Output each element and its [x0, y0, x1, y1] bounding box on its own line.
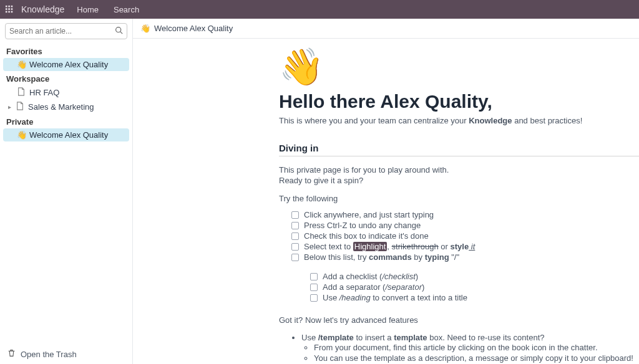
checkbox[interactable]	[310, 284, 318, 291]
check-item[interactable]: Click anywhere, and just start typing	[291, 209, 639, 220]
check-item[interactable]: Add a separator (/separator)	[310, 282, 639, 292]
search-input[interactable]	[9, 27, 115, 36]
page-icon	[16, 102, 24, 112]
para-spin[interactable]: Ready to give it a spin?	[279, 176, 639, 185]
sidebar-item-label: Sales & Marketing	[28, 102, 94, 112]
nested-checklist: Add a checklist (/checklist) Add a separ…	[310, 271, 639, 303]
svg-rect-1	[8, 6, 10, 7]
sidebar-item-sales-marketing[interactable]: ▸ Sales & Marketing	[3, 100, 129, 114]
wave-icon: 👋	[17, 60, 26, 69]
trash-icon	[7, 349, 16, 359]
section-workspace: Workspace	[0, 71, 132, 85]
trash-label: Open the Trash	[21, 350, 77, 359]
list-item[interactable]: From your document, find this article by…	[314, 342, 639, 353]
list-item[interactable]: Use /template to insert a template box. …	[301, 332, 639, 364]
search-input-wrap[interactable]	[5, 23, 127, 39]
checkbox[interactable]	[291, 254, 299, 261]
chevron-right-icon[interactable]: ▸	[8, 103, 13, 110]
bullet-list: Use /template to insert a template box. …	[301, 332, 639, 364]
hero-emoji[interactable]: 👋	[279, 49, 639, 85]
breadcrumb: 👋 Welcome Alex Quality	[133, 19, 639, 39]
wave-icon: 👋	[140, 24, 150, 33]
svg-line-10	[120, 32, 122, 34]
app-title[interactable]: Knowledge	[17, 2, 68, 17]
search-icon[interactable]	[115, 26, 123, 36]
sidebar-item-welcome-private[interactable]: 👋 Welcome Alex Quality	[3, 128, 129, 141]
wave-icon: 👋	[17, 130, 26, 140]
section-private: Private	[0, 114, 132, 128]
checkbox[interactable]	[310, 273, 318, 280]
checkbox[interactable]	[291, 232, 299, 240]
svg-rect-2	[11, 6, 13, 7]
check-item[interactable]: Select text to Highlight, strikethrough …	[291, 241, 639, 252]
svg-point-9	[116, 27, 121, 32]
diving-in-heading[interactable]: Diving in	[279, 143, 639, 156]
checkbox[interactable]	[291, 222, 299, 229]
page-title[interactable]: Hello there Alex Quality,	[279, 91, 639, 112]
nav-search[interactable]: Search	[107, 2, 145, 17]
section-favorites: Favorites	[0, 44, 132, 58]
checklist: Click anywhere, and just start typing Pr…	[291, 209, 639, 262]
nav-home[interactable]: Home	[71, 2, 105, 17]
got-it-label[interactable]: Got it? Now let's try advanced features	[279, 315, 639, 325]
check-item[interactable]: Check this box to indicate it's done	[291, 231, 639, 241]
page-icon	[17, 87, 26, 98]
checkbox[interactable]	[291, 243, 299, 251]
svg-rect-0	[6, 6, 7, 7]
svg-rect-3	[6, 8, 7, 10]
breadcrumb-title[interactable]: Welcome Alex Quality	[154, 24, 233, 33]
apps-icon[interactable]	[5, 5, 14, 14]
checkbox[interactable]	[291, 211, 299, 219]
sidebar-item-label: HR FAQ	[29, 88, 59, 97]
svg-rect-5	[11, 8, 13, 10]
svg-rect-8	[11, 11, 13, 13]
sidebar-item-hr-faq[interactable]: HR FAQ	[3, 85, 129, 100]
checkbox[interactable]	[310, 294, 318, 302]
subtitle[interactable]: This is where you and your team can cent…	[279, 116, 639, 125]
svg-rect-7	[8, 11, 10, 13]
svg-rect-4	[8, 8, 10, 10]
check-item[interactable]: Use /heading to convert a text into a ti…	[310, 292, 639, 303]
sidebar-item-label: Welcome Alex Quality	[29, 130, 108, 140]
sidebar-item-welcome-fav[interactable]: 👋 Welcome Alex Quality	[3, 58, 129, 71]
try-label[interactable]: Try the following	[279, 194, 639, 203]
article-content[interactable]: 👋 Hello there Alex Quality, This is wher…	[133, 39, 639, 364]
open-trash-link[interactable]: Open the Trash	[0, 344, 132, 364]
check-item[interactable]: Add a checklist (/checklist)	[310, 271, 639, 282]
sidebar: Favorites 👋 Welcome Alex Quality Workspa…	[0, 19, 133, 364]
list-item[interactable]: You can use the template as a descriptio…	[314, 353, 639, 363]
svg-rect-6	[6, 11, 7, 13]
sidebar-item-label: Welcome Alex Quality	[29, 60, 108, 69]
para-play[interactable]: This private page is for you to play aro…	[279, 165, 639, 175]
check-item[interactable]: Press Ctrl-Z to undo any change	[291, 220, 639, 231]
check-item[interactable]: Below this list, try commands by typing …	[291, 252, 639, 262]
